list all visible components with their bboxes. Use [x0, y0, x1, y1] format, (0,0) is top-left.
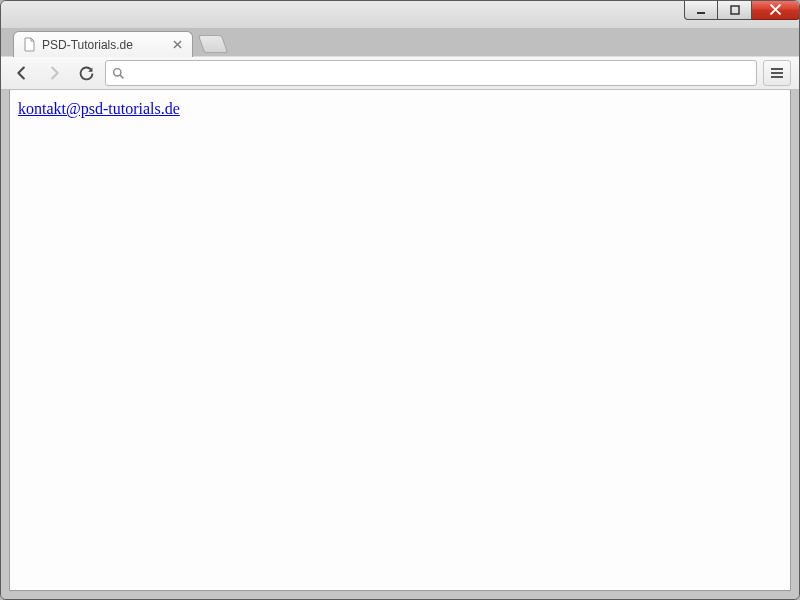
page-body: kontakt@psd-tutorials.de: [9, 90, 791, 591]
close-button[interactable]: [752, 0, 800, 20]
close-icon: [173, 40, 182, 49]
tab-close-button[interactable]: [170, 38, 184, 52]
svg-line-3: [120, 75, 123, 78]
tab-active[interactable]: PSD-Tutorials.de: [13, 31, 193, 57]
reload-icon: [78, 65, 95, 82]
reload-button[interactable]: [73, 60, 99, 86]
browser-window: PSD-Tutorials.de kontakt@psd: [0, 0, 800, 600]
back-button[interactable]: [9, 60, 35, 86]
tab-strip: PSD-Tutorials.de: [1, 28, 799, 56]
forward-button[interactable]: [41, 60, 67, 86]
toolbar: [1, 56, 799, 90]
maximize-icon: [730, 5, 740, 15]
minimize-button[interactable]: [684, 0, 718, 20]
close-icon: [770, 4, 781, 15]
file-icon: [22, 38, 36, 52]
address-bar[interactable]: [105, 60, 757, 86]
new-tab-button[interactable]: [198, 35, 229, 53]
arrow-right-icon: [45, 64, 63, 82]
address-input[interactable]: [131, 62, 750, 84]
minimize-icon: [696, 5, 706, 15]
arrow-left-icon: [13, 64, 31, 82]
hamburger-icon: [770, 67, 784, 79]
menu-button[interactable]: [763, 60, 791, 86]
svg-rect-0: [697, 12, 705, 14]
window-controls: [684, 0, 800, 20]
maximize-button[interactable]: [718, 0, 752, 20]
tab-title: PSD-Tutorials.de: [42, 38, 133, 52]
svg-rect-1: [731, 6, 739, 14]
window-titlebar: [1, 1, 799, 29]
email-link[interactable]: kontakt@psd-tutorials.de: [18, 100, 180, 117]
content-area: kontakt@psd-tutorials.de: [1, 90, 799, 599]
search-icon: [112, 67, 125, 80]
svg-point-2: [114, 68, 121, 75]
